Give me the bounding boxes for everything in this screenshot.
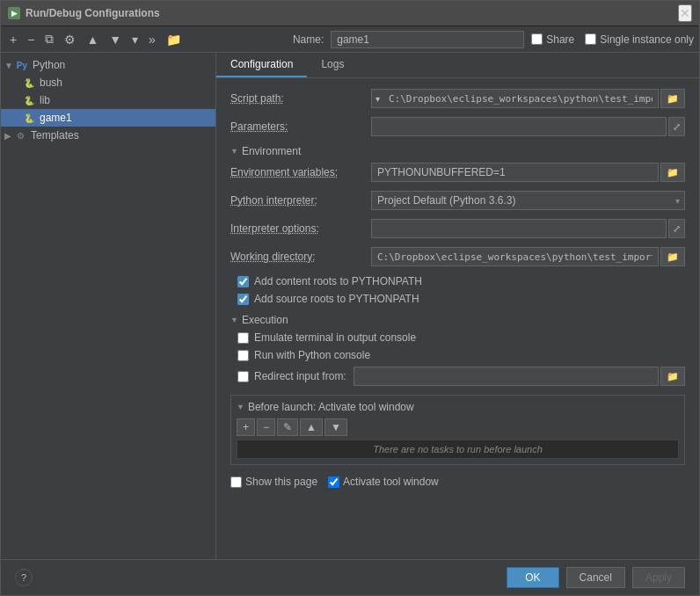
more-button[interactable]: » — [145, 31, 159, 48]
main-window: ▶ Run/Debug Configurations ✕ + − ⧉ ⚙ ▲ ▼… — [0, 0, 700, 596]
add-source-roots-label[interactable]: Add source roots to PYTHONPATH — [254, 293, 419, 305]
bottom-checks: Show this page Activate tool window — [230, 472, 685, 491]
script-path-browse-button[interactable]: 📁 — [660, 89, 685, 108]
copy-config-button[interactable]: ⧉ — [41, 30, 57, 48]
launch-remove-button[interactable]: − — [257, 418, 275, 436]
footer-right: OK Cancel Apply — [507, 567, 685, 588]
lib-icon: 🐍 — [22, 93, 36, 107]
environment-triangle: ▼ — [230, 147, 238, 156]
python-expand-arrow: ▼ — [4, 61, 13, 70]
working-dir-row: Working directory: 📁 — [230, 247, 685, 266]
launch-toolbar: + − ✎ ▲ ▼ — [237, 418, 679, 436]
single-instance-checkbox-label[interactable]: Single instance only — [585, 33, 694, 46]
move-up-button[interactable]: ▲ — [83, 31, 102, 48]
add-content-roots-row: Add content roots to PYTHONPATH — [230, 275, 685, 287]
redirect-input-browse-button[interactable]: 📁 — [660, 367, 685, 386]
working-dir-input-wrap: 📁 — [371, 247, 685, 266]
redirect-input-field[interactable] — [354, 367, 659, 386]
remove-config-button[interactable]: − — [24, 31, 38, 48]
script-type-dropdown[interactable]: ▾ — [371, 89, 383, 108]
share-checkbox-label[interactable]: Share — [531, 33, 574, 46]
python-interpreter-row: Python interpreter: Project Default (Pyt… — [230, 191, 685, 210]
before-launch-header[interactable]: ▼ Before launch: Activate tool window — [237, 401, 679, 413]
folder-button[interactable]: 📁 — [163, 31, 185, 48]
redirect-input-wrap: 📁 — [354, 367, 685, 386]
sidebar-item-templates[interactable]: ▶ ⚙ Templates — [1, 127, 215, 144]
run-python-console-label[interactable]: Run with Python console — [254, 349, 370, 361]
share-checkbox[interactable] — [531, 33, 543, 45]
before-launch-triangle: ▼ — [237, 403, 244, 411]
single-instance-checkbox[interactable] — [585, 33, 596, 45]
launch-down-button[interactable]: ▼ — [324, 418, 347, 436]
add-content-roots-checkbox[interactable] — [237, 276, 249, 287]
script-path-input-wrap: ▾ 📁 — [371, 89, 685, 108]
title-bar-left: ▶ Run/Debug Configurations — [8, 7, 160, 19]
run-python-console-row: Run with Python console — [230, 349, 685, 361]
sidebar-item-game1[interactable]: 🐍 game1 — [1, 109, 215, 127]
show-page-checkbox[interactable] — [230, 476, 242, 488]
tabs: Configuration Logs — [216, 53, 699, 78]
sidebar-item-bush[interactable]: 🐍 bush — [1, 74, 215, 91]
env-vars-label: Environment variables: — [230, 166, 371, 178]
python-icon: Py — [15, 58, 29, 72]
ok-button[interactable]: OK — [507, 567, 558, 588]
working-dir-browse-button[interactable]: 📁 — [660, 247, 685, 266]
launch-up-button[interactable]: ▲ — [300, 418, 323, 436]
env-vars-browse-button[interactable]: 📁 — [660, 163, 685, 182]
sidebar-item-python[interactable]: ▼ Py Python — [1, 56, 215, 74]
parameters-input[interactable] — [371, 117, 667, 136]
tab-configuration[interactable]: Configuration — [216, 53, 307, 77]
env-vars-input-wrap: 📁 — [371, 163, 685, 182]
sidebar-game1-label: game1 — [40, 112, 72, 124]
name-input[interactable] — [331, 31, 524, 48]
activate-tool-label[interactable]: Activate tool window — [328, 476, 439, 488]
add-source-roots-checkbox[interactable] — [237, 294, 249, 305]
interpreter-options-row: Interpreter options: ⤢ — [230, 219, 685, 238]
before-launch-label: Before launch: Activate tool window — [248, 401, 414, 413]
redirect-input-checkbox[interactable] — [237, 371, 249, 382]
name-row: Name: Share Single instance only — [293, 31, 694, 48]
script-path-input[interactable] — [383, 89, 659, 108]
emulate-terminal-checkbox[interactable] — [237, 332, 249, 344]
env-vars-row: Environment variables: 📁 — [230, 163, 685, 182]
python-interpreter-select-wrap: Project Default (Python 3.6.3) ▾ — [371, 191, 685, 210]
apply-button[interactable]: Apply — [632, 567, 685, 588]
parameters-expand-button[interactable]: ⤢ — [668, 117, 685, 136]
window-title: Run/Debug Configurations — [26, 7, 160, 19]
templates-icon: ⚙ — [13, 128, 27, 142]
add-content-roots-label[interactable]: Add content roots to PYTHONPATH — [254, 275, 422, 287]
launch-edit-button[interactable]: ✎ — [277, 418, 298, 436]
add-config-button[interactable]: + — [6, 31, 20, 48]
name-label: Name: — [293, 33, 324, 46]
show-page-label[interactable]: Show this page — [230, 476, 317, 488]
settings-button[interactable]: ⚙ — [61, 31, 79, 48]
dropdown-button[interactable]: ▾ — [128, 31, 142, 48]
activate-tool-checkbox[interactable] — [328, 476, 339, 488]
sidebar-lib-label: lib — [40, 94, 50, 106]
execution-section-label: Execution — [242, 314, 288, 326]
redirect-input-row: Redirect input from: 📁 — [237, 367, 685, 386]
footer-left: ? — [15, 569, 33, 586]
close-button[interactable]: ✕ — [678, 4, 692, 22]
working-dir-label: Working directory: — [230, 251, 371, 263]
emulate-terminal-label[interactable]: Emulate terminal in output console — [254, 331, 416, 344]
help-button[interactable]: ? — [15, 569, 33, 586]
cancel-button[interactable]: Cancel — [566, 567, 625, 588]
environment-section-header[interactable]: ▼ Environment — [230, 145, 685, 157]
env-vars-input[interactable] — [371, 163, 659, 182]
sidebar-bush-label: bush — [40, 76, 62, 89]
launch-add-button[interactable]: + — [237, 418, 255, 436]
sidebar-item-lib[interactable]: 🐍 lib — [1, 91, 215, 109]
interpreter-options-expand-button[interactable]: ⤢ — [668, 219, 685, 238]
interpreter-options-input-wrap: ⤢ — [371, 219, 685, 238]
toolbar: + − ⧉ ⚙ ▲ ▼ ▾ » 📁 Name: Share Single ins… — [1, 26, 699, 53]
move-down-button[interactable]: ▼ — [106, 31, 125, 48]
working-dir-input[interactable] — [371, 247, 659, 266]
python-interpreter-select[interactable]: Project Default (Python 3.6.3) — [371, 191, 685, 210]
interpreter-options-input[interactable] — [371, 219, 667, 238]
tab-logs[interactable]: Logs — [307, 53, 358, 77]
game1-icon: 🐍 — [22, 111, 36, 125]
run-python-console-checkbox[interactable] — [237, 350, 249, 361]
templates-expand-arrow: ▶ — [4, 131, 11, 141]
execution-section-header[interactable]: ▼ Execution — [230, 314, 685, 326]
